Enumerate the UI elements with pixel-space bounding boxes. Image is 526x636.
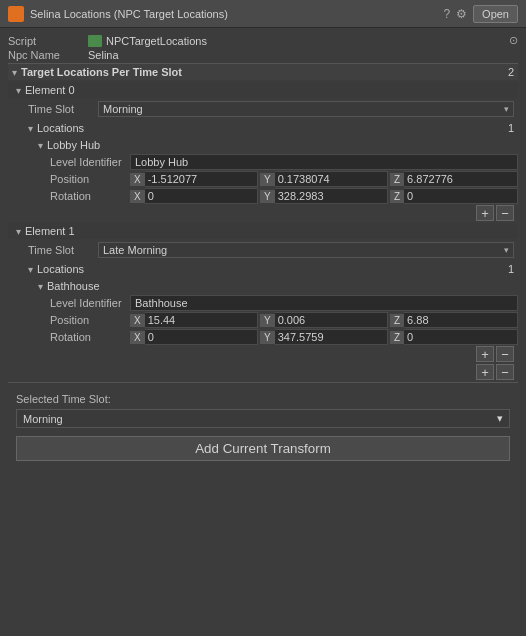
lobby-hub-rot-y-value[interactable]: 328.2983 bbox=[275, 188, 388, 204]
lobby-hub-pos-y-value[interactable]: 0.1738074 bbox=[275, 171, 388, 187]
element-0-block: ▾ Element 0 Time Slot Morning ▾ ▾ Locati… bbox=[8, 82, 518, 221]
element-1-timeslot-value: Late Morning bbox=[103, 244, 167, 256]
elements-plusminus: + − bbox=[8, 364, 518, 380]
title-bar: Selina Locations (NPC Target Locations) … bbox=[0, 0, 526, 28]
lobby-hub-pos-x-value[interactable]: -1.512077 bbox=[145, 171, 258, 187]
selected-ts-value: Morning bbox=[23, 413, 63, 425]
lobby-hub-pos-x: X -1.512077 bbox=[130, 171, 258, 187]
lobby-hub-position-row: Position X -1.512077 Y 0.1738074 Z 6.872… bbox=[38, 171, 518, 187]
lobby-hub-rotation-label: Rotation bbox=[50, 190, 130, 202]
element-1-timeslot-dropdown[interactable]: Late Morning ▾ bbox=[98, 242, 514, 258]
script-row: Script NPCTargetLocations ⊙ bbox=[8, 34, 518, 47]
bathhouse-position-row: Position X 15.44 Y 0.006 Z 6.88 bbox=[38, 312, 518, 328]
brx-axis-label: X bbox=[130, 331, 145, 344]
bathhouse-rot-z: Z 0 bbox=[390, 329, 518, 345]
bathhouse-position-fields: X 15.44 Y 0.006 Z 6.88 bbox=[130, 312, 518, 328]
brz-axis-label: Z bbox=[390, 331, 404, 344]
script-file-icon bbox=[88, 35, 102, 47]
element-0-timeslot-dropdown[interactable]: Morning ▾ bbox=[98, 101, 514, 117]
script-name: NPCTargetLocations bbox=[106, 35, 207, 47]
element-0-locations-add-btn[interactable]: + bbox=[476, 205, 494, 221]
settings-icon[interactable]: ⚙ bbox=[456, 7, 467, 21]
lobby-hub-rotation-row: Rotation X 0 Y 328.2983 Z 0 bbox=[38, 188, 518, 204]
npc-name-value: Selina bbox=[88, 49, 119, 61]
bathhouse-position-label: Position bbox=[50, 314, 130, 326]
target-locations-title: Target Locations Per Time Slot bbox=[21, 66, 508, 78]
bathhouse-rot-x-value[interactable]: 0 bbox=[145, 329, 258, 345]
bathhouse-pos-y: Y 0.006 bbox=[260, 312, 388, 328]
bathhouse-pos-z-value[interactable]: 6.88 bbox=[404, 312, 518, 328]
lobby-hub-rot-z: Z 0 bbox=[390, 188, 518, 204]
element-0-arrow: ▾ bbox=[16, 85, 21, 96]
bz-axis-label: Z bbox=[390, 314, 404, 327]
npc-name-label: Npc Name bbox=[8, 49, 88, 61]
bathhouse-level-id-row: Level Identifier Bathhouse bbox=[38, 295, 518, 311]
element-0-locations-plusminus: + − bbox=[8, 205, 518, 221]
lobby-hub-level-id-value[interactable]: Lobby Hub bbox=[130, 154, 518, 170]
bathhouse-rot-y-value[interactable]: 347.5759 bbox=[275, 329, 388, 345]
bathhouse-rot-z-value[interactable]: 0 bbox=[404, 329, 518, 345]
help-button[interactable]: ? bbox=[443, 7, 450, 21]
script-value[interactable]: NPCTargetLocations bbox=[88, 35, 207, 47]
lobby-hub-position-label: Position bbox=[50, 173, 130, 185]
element-1-locations-remove-btn[interactable]: − bbox=[496, 346, 514, 362]
element-0-timeslot-row: Time Slot Morning ▾ bbox=[8, 99, 518, 119]
element-1-location-0: ▾ Bathhouse Level Identifier Bathhouse P… bbox=[8, 278, 518, 345]
selected-ts-arrow-icon: ▾ bbox=[497, 412, 503, 425]
element-0-locations-count: 1 bbox=[508, 122, 514, 134]
bathhouse-pos-x: X 15.44 bbox=[130, 312, 258, 328]
lobby-hub-rot-x-value[interactable]: 0 bbox=[145, 188, 258, 204]
selected-ts-dropdown[interactable]: Morning ▾ bbox=[16, 409, 510, 428]
element-0-locations-header[interactable]: ▾ Locations 1 bbox=[8, 120, 518, 136]
element-1-locations-header[interactable]: ▾ Locations 1 bbox=[8, 261, 518, 277]
bathhouse-header[interactable]: ▾ Bathhouse bbox=[38, 278, 518, 294]
bathhouse-rotation-label: Rotation bbox=[50, 331, 130, 343]
script-label: Script bbox=[8, 35, 88, 47]
element-0-timeslot-value: Morning bbox=[103, 103, 143, 115]
elements-remove-btn[interactable]: − bbox=[496, 364, 514, 380]
element-0-header[interactable]: ▾ Element 0 bbox=[8, 82, 518, 98]
bry-axis-label: Y bbox=[260, 331, 275, 344]
bathhouse-arrow: ▾ bbox=[38, 281, 43, 292]
lobby-hub-pos-y: Y 0.1738074 bbox=[260, 171, 388, 187]
add-current-transform-button[interactable]: Add Current Transform bbox=[16, 436, 510, 461]
element-1-locations-arrow: ▾ bbox=[28, 264, 33, 275]
by-axis-label: Y bbox=[260, 314, 275, 327]
bathhouse-rotation-row: Rotation X 0 Y 347.5759 Z 0 bbox=[38, 329, 518, 345]
lobby-hub-rot-z-value[interactable]: 0 bbox=[404, 188, 518, 204]
element-0-locations-remove-btn[interactable]: − bbox=[496, 205, 514, 221]
element-1-arrow: ▾ bbox=[16, 226, 21, 237]
target-locations-section: ▾ Target Locations Per Time Slot 2 bbox=[8, 63, 518, 80]
elements-add-btn[interactable]: + bbox=[476, 364, 494, 380]
bathhouse-name: Bathhouse bbox=[47, 280, 100, 292]
lobby-hub-pos-z-value[interactable]: 6.872776 bbox=[404, 171, 518, 187]
element-1-header[interactable]: ▾ Element 1 bbox=[8, 223, 518, 239]
rx-axis-label: X bbox=[130, 190, 145, 203]
inspector-panel: Script NPCTargetLocations ⊙ Npc Name Sel… bbox=[0, 28, 526, 471]
element-1-locations-add-btn[interactable]: + bbox=[476, 346, 494, 362]
target-locations-arrow[interactable]: ▾ bbox=[12, 67, 17, 78]
npc-name-row: Npc Name Selina bbox=[8, 49, 518, 61]
lobby-hub-position-fields: X -1.512077 Y 0.1738074 Z 6.872776 bbox=[130, 171, 518, 187]
lobby-hub-header[interactable]: ▾ Lobby Hub bbox=[38, 137, 518, 153]
bathhouse-rot-y: Y 347.5759 bbox=[260, 329, 388, 345]
separator bbox=[8, 382, 518, 383]
rz-axis-label: Z bbox=[390, 190, 404, 203]
lobby-hub-arrow: ▾ bbox=[38, 140, 43, 151]
lobby-hub-rot-x: X 0 bbox=[130, 188, 258, 204]
dropdown-arrow-icon: ▾ bbox=[504, 104, 509, 114]
element-0-locations-arrow: ▾ bbox=[28, 123, 33, 134]
element-1-block: ▾ Element 1 Time Slot Late Morning ▾ ▾ L… bbox=[8, 223, 518, 362]
bathhouse-pos-y-value[interactable]: 0.006 bbox=[275, 312, 388, 328]
bathhouse-rotation-fields: X 0 Y 347.5759 Z 0 bbox=[130, 329, 518, 345]
bathhouse-level-id-value[interactable]: Bathhouse bbox=[130, 295, 518, 311]
x-axis-label: X bbox=[130, 173, 145, 186]
open-button[interactable]: Open bbox=[473, 5, 518, 23]
lobby-hub-level-id-label: Level Identifier bbox=[50, 156, 130, 168]
z-axis-label: Z bbox=[390, 173, 404, 186]
target-locations-count: 2 bbox=[508, 66, 514, 78]
bathhouse-rot-x: X 0 bbox=[130, 329, 258, 345]
y-axis-label: Y bbox=[260, 173, 275, 186]
script-settings-icon[interactable]: ⊙ bbox=[509, 34, 518, 47]
bathhouse-pos-x-value[interactable]: 15.44 bbox=[145, 312, 258, 328]
